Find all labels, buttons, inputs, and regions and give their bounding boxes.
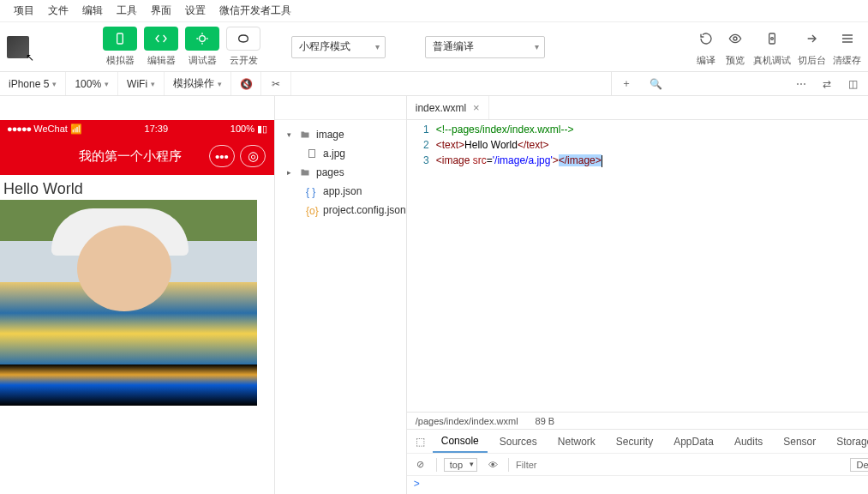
svg-point-2: [733, 37, 737, 40]
cloud-label: 云开发: [230, 54, 258, 67]
svg-point-1: [200, 36, 206, 42]
remote-label: 真机调试: [753, 54, 791, 67]
svg-rect-5: [309, 150, 315, 158]
zoom-dropdown[interactable]: 100%▾: [66, 72, 118, 95]
compile-mode-dropdown[interactable]: 普通编译: [425, 36, 545, 58]
devtools-tab-network[interactable]: Network: [549, 430, 604, 453]
mute-icon[interactable]: 🔇: [231, 72, 261, 95]
editor-status-bar: /pages/index/index.wxml 89 B: [407, 412, 868, 429]
battery-icon: ▮▯: [257, 124, 267, 134]
eye-icon[interactable]: 👁: [484, 456, 501, 473]
tree-file-app-json[interactable]: { }app.json: [275, 182, 406, 201]
code-editor[interactable]: 123 <!--pages/index/index.wxml--> <text>…: [407, 120, 868, 412]
wifi-icon: 📶: [70, 124, 82, 134]
inspect-icon[interactable]: ⬚: [412, 433, 429, 450]
editor-tab-index-wxml[interactable]: index.wxml×: [407, 96, 489, 119]
background-label: 切后台: [798, 54, 826, 67]
tree-folder-pages[interactable]: ▸pages: [275, 163, 406, 182]
devtools-tab-appdata[interactable]: AppData: [665, 430, 722, 453]
split-icon[interactable]: ⇄: [818, 75, 835, 93]
console-filter-bar: ⊘ top 👁 Default levels: [407, 453, 868, 475]
menu-project[interactable]: 项目: [7, 3, 41, 18]
compile-label: 编译: [697, 54, 715, 67]
status-path: /pages/index/index.wxml: [416, 416, 518, 426]
close-icon[interactable]: ×: [473, 101, 480, 114]
search-button[interactable]: 🔍: [641, 72, 670, 95]
capsule-close-button[interactable]: ◎: [240, 145, 266, 167]
svg-rect-3: [769, 33, 775, 44]
tree-file-a-jpg[interactable]: a.jpg: [275, 144, 406, 163]
menu-wechat[interactable]: 微信开发者工具: [213, 3, 298, 18]
capsule-menu-button[interactable]: •••: [209, 145, 235, 167]
devtools-tabs: ⬚ Console Sources Network Security AppDa…: [407, 429, 868, 453]
devtools-tab-sensor[interactable]: Sensor: [775, 430, 824, 453]
compile-button[interactable]: [695, 27, 717, 51]
menu-tools[interactable]: 工具: [110, 3, 144, 18]
filter-input[interactable]: [516, 460, 843, 470]
phone-status-bar: WeChat 📶 17:39 100% ▮▯: [0, 120, 274, 137]
layout-icon[interactable]: ◫: [844, 75, 861, 93]
simulator-panel: WeChat 📶 17:39 100% ▮▯ 我的第一个小程序 ••• ◎ He…: [0, 96, 274, 494]
tree-folder-image[interactable]: ▾image: [275, 125, 406, 144]
menu-settings[interactable]: 设置: [178, 3, 213, 18]
debugger-label: 调试器: [189, 54, 217, 67]
phone-time: 17:39: [145, 124, 169, 134]
preview-button[interactable]: [724, 27, 746, 51]
clear-cache-label: 清缓存: [833, 54, 861, 67]
menu-file[interactable]: 文件: [41, 3, 75, 18]
remote-debug-button[interactable]: [761, 27, 783, 51]
background-button[interactable]: [801, 27, 823, 51]
menu-bar: 项目 文件 编辑 工具 界面 设置 微信开发者工具: [0, 0, 868, 22]
svg-point-4: [771, 38, 774, 40]
avatar[interactable]: [7, 36, 29, 58]
console-prompt[interactable]: >: [407, 475, 868, 494]
devtools-tab-security[interactable]: Security: [608, 430, 661, 453]
devtools-tab-storage[interactable]: Storage: [828, 430, 868, 453]
tree-file-project-config[interactable]: {o}project.config.json: [275, 201, 406, 220]
phone-nav-bar: 我的第一个小程序 ••• ◎: [0, 137, 274, 175]
levels-dropdown[interactable]: Default levels: [850, 458, 868, 472]
editor-label: 编辑器: [147, 54, 176, 67]
device-dropdown[interactable]: iPhone 5▾: [0, 72, 66, 95]
editor-panel: index.wxml× 123 <!--pages/index/index.wx…: [407, 96, 868, 494]
sim-action-dropdown[interactable]: 模拟操作▾: [165, 72, 231, 95]
menu-edit[interactable]: 编辑: [75, 3, 110, 18]
add-file-button[interactable]: ＋: [612, 72, 641, 95]
status-size: 89 B: [536, 416, 555, 426]
more-icon[interactable]: ⋯: [793, 75, 810, 93]
toolbar: 模拟器 编辑器 调试器 云开发 小程序模式 普通编译 编译 预览 真机调试 切后…: [0, 22, 868, 72]
svg-rect-0: [117, 33, 123, 44]
content-image: [0, 200, 257, 406]
file-tree-panel: ▾image a.jpg ▸pages { }app.json {o}proje…: [274, 96, 407, 494]
clear-cache-button[interactable]: [836, 27, 859, 51]
preview-label: 预览: [726, 54, 745, 67]
line-gutter: 123: [407, 120, 436, 412]
sub-toolbar: iPhone 5▾ 100%▾ WiFi▾ 模拟操作▾ 🔇 ✂ ＋ 🔍 ⋯ ⇄ …: [0, 72, 868, 96]
network-dropdown[interactable]: WiFi▾: [118, 72, 165, 95]
app-title: 我的第一个小程序: [27, 148, 182, 165]
menu-view[interactable]: 界面: [144, 3, 178, 18]
clear-console-icon[interactable]: ⊘: [412, 456, 429, 473]
devtools-tab-console[interactable]: Console: [433, 430, 488, 453]
devtools-tab-sources[interactable]: Sources: [491, 430, 546, 453]
cloud-button[interactable]: [226, 27, 260, 51]
editor-button[interactable]: [144, 27, 178, 51]
mode-dropdown[interactable]: 小程序模式: [291, 36, 386, 58]
simulator-button[interactable]: [103, 27, 137, 51]
phone-frame: WeChat 📶 17:39 100% ▮▯ 我的第一个小程序 ••• ◎ He…: [0, 120, 274, 494]
hello-text: Hello World: [0, 178, 274, 200]
simulator-label: 模拟器: [106, 54, 135, 67]
cut-icon[interactable]: ✂: [261, 72, 291, 95]
debugger-button[interactable]: [185, 27, 219, 51]
devtools-tab-audits[interactable]: Audits: [726, 430, 771, 453]
context-dropdown[interactable]: top: [444, 458, 477, 472]
